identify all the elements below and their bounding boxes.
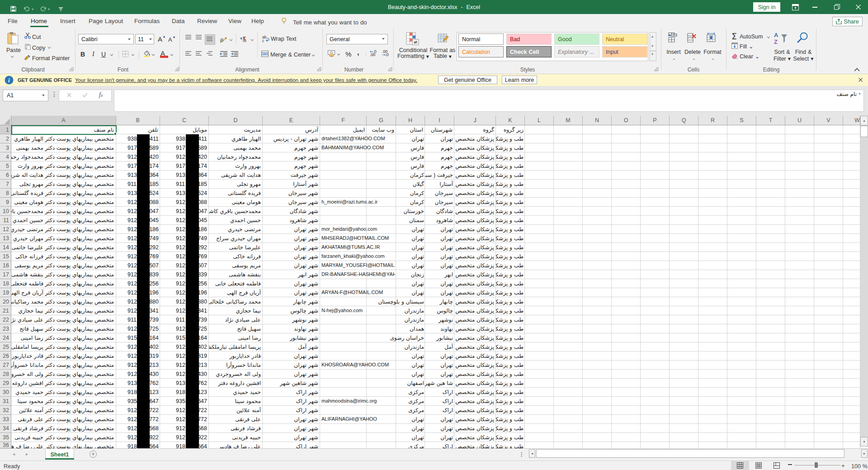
svg-text:≠: ≠ bbox=[414, 39, 418, 45]
svg-text:i: i bbox=[8, 77, 10, 84]
svg-text:Z: Z bbox=[774, 38, 778, 45]
svg-text:A: A bbox=[774, 32, 778, 38]
